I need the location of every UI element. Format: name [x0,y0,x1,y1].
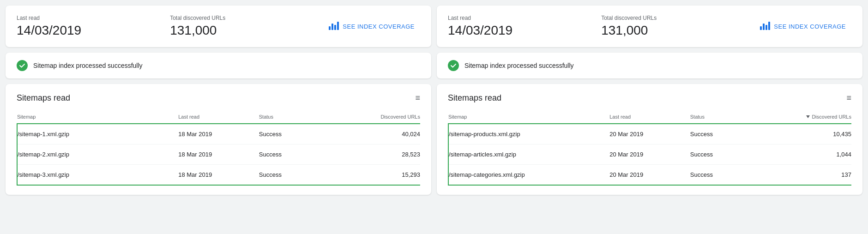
right-row-status-1: Success [690,144,751,165]
right-row-urls-2: 137 [751,165,851,186]
right-stats-panel: Last read 14/03/2019 Total discovered UR… [437,6,862,47]
left-last-read-label: Last read [17,15,170,21]
left-sitemaps-header: Sitemaps read ≡ [17,93,420,103]
right-total-urls-label: Total discovered URLs [601,15,754,21]
right-success-panel: Sitemap index processed successfully [437,53,862,78]
right-table-row[interactable]: /sitemap-products.xml.gzip20 Mar 2019Suc… [448,124,851,144]
left-total-urls-value: 131,000 [170,23,323,38]
left-row-lastread-2: 18 Mar 2019 [178,165,259,186]
right-see-index-button[interactable]: SEE INDEX COVERAGE [754,18,851,35]
right-see-index-label: SEE INDEX COVERAGE [774,23,846,30]
left-th-urls: Discovered URLs [319,110,420,124]
right-success-message: Sitemap index processed successfully [464,62,574,69]
right-th-sitemap: Sitemap [448,110,609,124]
right-total-urls-value: 131,000 [601,23,754,38]
left-table-header-row: Sitemap Last read Status Discovered URLs [17,110,420,124]
left-success-message: Sitemap index processed successfully [33,62,143,69]
left-table-row[interactable]: /sitemap-2.xml.gzip18 Mar 2019Success28,… [17,144,420,165]
right-sitemap-table: Sitemap Last read Status Discovered URLs… [448,110,851,186]
left-last-read-value: 14/03/2019 [17,23,170,38]
left-see-index-button[interactable]: SEE INDEX COVERAGE [323,18,420,35]
right-row-lastread-0: 20 Mar 2019 [609,124,690,144]
left-table-row[interactable]: /sitemap-1.xml.gzip18 Mar 2019Success40,… [17,124,420,144]
right-row-urls-1: 1,044 [751,144,851,165]
left-row-status-2: Success [259,165,319,186]
right-row-status-2: Success [690,165,751,186]
right-sitemaps-header: Sitemaps read ≡ [448,93,851,103]
left-total-urls-label: Total discovered URLs [170,15,323,21]
left-total-urls-block: Total discovered URLs 131,000 [170,15,323,38]
left-row-sitemap-0: /sitemap-1.xml.gzip [17,124,178,144]
right-row-sitemap-2: /sitemap-categories.xml.gzip [448,165,609,186]
left-th-lastread: Last read [178,110,259,124]
left-bar-chart-icon [329,22,339,31]
left-row-status-0: Success [259,124,319,144]
left-filter-icon[interactable]: ≡ [415,93,420,103]
right-column: Last read 14/03/2019 Total discovered UR… [437,6,862,200]
left-th-sitemap: Sitemap [17,110,178,124]
right-row-sitemap-0: /sitemap-products.xml.gzip [448,124,609,144]
right-th-urls: Discovered URLs [751,110,851,124]
right-th-lastread: Last read [609,110,690,124]
right-total-urls-block: Total discovered URLs 131,000 [601,15,754,38]
right-row-status-0: Success [690,124,751,144]
right-th-urls-label: Discovered URLs [812,114,851,120]
right-last-read-label: Last read [448,15,601,21]
right-row-urls-0: 10,435 [751,124,851,144]
left-last-read-block: Last read 14/03/2019 [17,15,170,38]
right-table-header-row: Sitemap Last read Status Discovered URLs [448,110,851,124]
left-row-lastread-1: 18 Mar 2019 [178,144,259,165]
left-row-urls-2: 15,293 [319,165,420,186]
left-success-panel: Sitemap index processed successfully [6,53,431,78]
right-table-row[interactable]: /sitemap-categories.xml.gzip20 Mar 2019S… [448,165,851,186]
right-last-read-block: Last read 14/03/2019 [448,15,601,38]
right-table-row[interactable]: /sitemap-articles.xml.gzip20 Mar 2019Suc… [448,144,851,165]
right-sort-arrow-icon [806,115,810,118]
left-row-urls-1: 28,523 [319,144,420,165]
right-row-lastread-1: 20 Mar 2019 [609,144,690,165]
right-filter-icon[interactable]: ≡ [846,93,851,103]
right-th-status: Status [690,110,751,124]
left-sitemaps-title: Sitemaps read [17,93,70,103]
main-grid: Last read 14/03/2019 Total discovered UR… [6,6,862,200]
left-sitemap-table: Sitemap Last read Status Discovered URLs… [17,110,420,186]
right-row-lastread-2: 20 Mar 2019 [609,165,690,186]
left-row-lastread-0: 18 Mar 2019 [178,124,259,144]
right-last-read-value: 14/03/2019 [448,23,601,38]
right-success-icon [448,60,459,71]
left-row-status-1: Success [259,144,319,165]
right-row-sitemap-1: /sitemap-articles.xml.gzip [448,144,609,165]
left-success-icon [17,60,28,71]
left-column: Last read 14/03/2019 Total discovered UR… [6,6,431,200]
right-bar-chart-icon [760,22,770,31]
left-table-row[interactable]: /sitemap-3.xml.gzip18 Mar 2019Success15,… [17,165,420,186]
left-row-sitemap-1: /sitemap-2.xml.gzip [17,144,178,165]
left-row-sitemap-2: /sitemap-3.xml.gzip [17,165,178,186]
left-row-urls-0: 40,024 [319,124,420,144]
left-see-index-label: SEE INDEX COVERAGE [343,23,415,30]
left-stats-panel: Last read 14/03/2019 Total discovered UR… [6,6,431,47]
left-sitemaps-panel: Sitemaps read ≡ Sitemap Last read Status… [6,84,431,195]
left-th-status: Status [259,110,319,124]
right-sitemaps-title: Sitemaps read [448,93,501,103]
right-sitemaps-panel: Sitemaps read ≡ Sitemap Last read Status… [437,84,862,195]
